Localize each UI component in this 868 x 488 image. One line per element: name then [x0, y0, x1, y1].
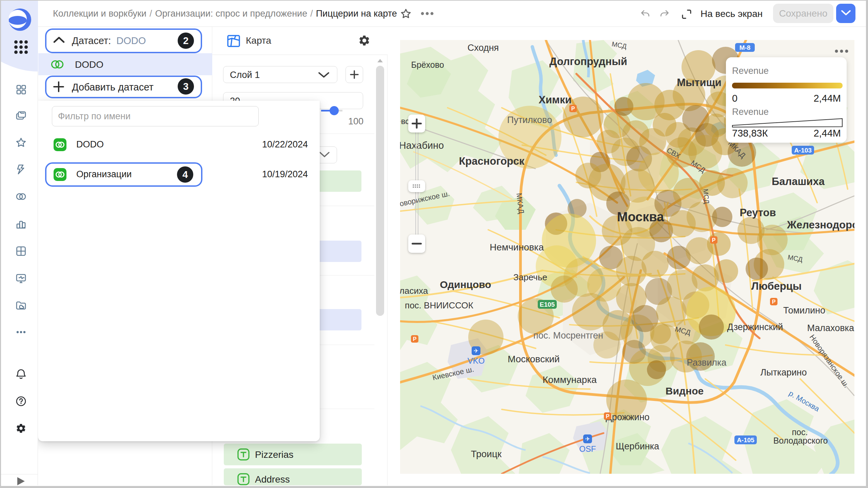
- svg-text:Нахабино: Нахабино: [400, 140, 444, 151]
- svg-text:OSF: OSF: [579, 444, 596, 453]
- svg-text:МСД: МСД: [702, 188, 711, 204]
- svg-text:Коммунарка: Коммунарка: [542, 374, 597, 385]
- svg-text:Балашиха: Балашиха: [772, 176, 825, 187]
- svg-text:пос. ВНИИССОК: пос. ВНИИССОК: [405, 300, 473, 310]
- svg-text:пос.: пос.: [792, 427, 808, 437]
- svg-text:Р: Р: [712, 237, 716, 243]
- svg-text:Реутов: Реутов: [739, 207, 776, 219]
- svg-text:Малаховка: Малаховка: [807, 323, 854, 333]
- svg-text:Долгопрудный: Долгопрудный: [549, 56, 627, 67]
- svg-text:Заречье: Заречье: [513, 272, 547, 282]
- svg-text:Троицк: Троицк: [471, 449, 502, 459]
- svg-text:Дрожжино: Дрожжино: [606, 412, 649, 422]
- svg-text:Брёхово: Брёхово: [411, 60, 444, 69]
- svg-text:Р: Р: [571, 106, 575, 111]
- svg-text:ласиха: ласиха: [400, 286, 428, 296]
- svg-text:Московский: Московский: [508, 354, 559, 364]
- svg-text:Сходня: Сходня: [468, 43, 499, 53]
- svg-text:Мытищи: Мытищи: [677, 77, 722, 88]
- svg-text:Химки: Химки: [538, 94, 571, 106]
- svg-text:Лыткарино: Лыткарино: [761, 367, 807, 378]
- svg-text:Путилково: Путилково: [507, 115, 552, 125]
- svg-text:Люберцы: Люберцы: [751, 280, 802, 292]
- svg-text:Красногорск: Красногорск: [459, 155, 525, 167]
- svg-text:Томилино: Томилино: [783, 305, 825, 316]
- svg-text:Щербинка: Щербинка: [616, 441, 659, 451]
- svg-text:Р: Р: [606, 413, 610, 419]
- svg-text:Володарского: Володарского: [773, 436, 828, 445]
- svg-text:Видное: Видное: [666, 385, 704, 396]
- svg-text:М-8: М-8: [739, 44, 751, 51]
- svg-text:Москва: Москва: [617, 210, 664, 224]
- svg-text:Дзержинский: Дзержинский: [727, 322, 783, 332]
- svg-text:Р: Р: [413, 336, 417, 342]
- svg-text:А-105: А-105: [737, 436, 754, 444]
- svg-text:Е105: Е105: [540, 301, 555, 308]
- svg-text:А-103: А-103: [794, 147, 812, 154]
- svg-text:Немчиновка: Немчиновка: [490, 242, 544, 252]
- svg-text:Железнодоро: Железнодоро: [787, 219, 854, 231]
- svg-text:Р: Р: [772, 299, 776, 305]
- svg-text:Развилка: Развилка: [687, 358, 727, 368]
- svg-text:VKO: VKO: [468, 356, 485, 365]
- svg-text:Одинцово: Одинцово: [440, 279, 491, 290]
- svg-text:✈: ✈: [585, 436, 590, 442]
- svg-text:пос. Мосрентген: пос. Мосрентген: [533, 330, 603, 341]
- svg-text:✈: ✈: [474, 348, 478, 354]
